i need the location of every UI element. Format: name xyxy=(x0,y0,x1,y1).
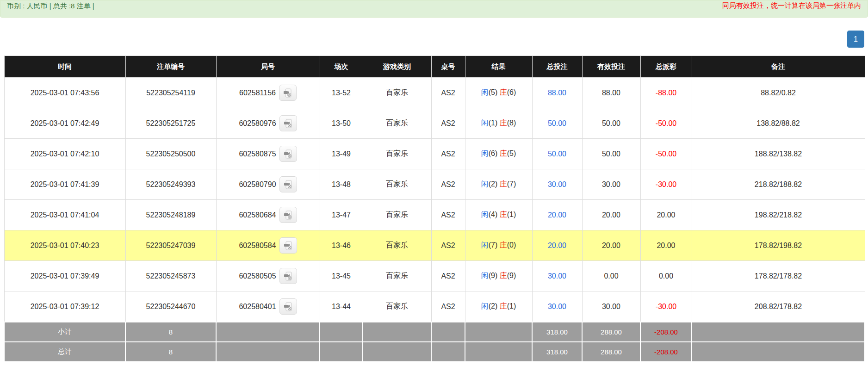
table-row: 2025-03-01 07:39:49 522305245873 6025805… xyxy=(4,261,865,291)
game-type-cell: 百家乐 xyxy=(363,139,431,169)
bet-number-cell: 522305247039 xyxy=(125,230,216,261)
result-cell: 闲(9) 庄(9) xyxy=(465,261,532,291)
video-file-icon xyxy=(284,272,293,281)
player-label: 闲 xyxy=(481,88,489,96)
summary-row: 总计 8 318.00 288.00 -208.00 xyxy=(4,342,865,362)
video-replay-button[interactable] xyxy=(279,146,297,162)
video-file-icon xyxy=(284,180,293,189)
column-header-1: 注单编号 xyxy=(125,56,216,78)
payout-cell: -30.00 xyxy=(640,291,692,322)
valid-bet-cell: 50.00 xyxy=(582,139,640,169)
round-number: 602580684 xyxy=(239,211,276,219)
result-cell: 闲(4) 庄(1) xyxy=(465,200,532,230)
valid-bet-cell: 20.00 xyxy=(582,200,640,230)
round-number: 602580790 xyxy=(239,180,276,188)
video-file-icon xyxy=(284,149,293,159)
header-row: 时间注单编号局号场次游戏类别桌号结果总投注有效投注总派彩备注 xyxy=(4,56,865,78)
player-label: 闲 xyxy=(481,149,489,157)
column-header-6: 结果 xyxy=(465,56,532,78)
bet-records-table: 时间注单编号局号场次游戏类别桌号结果总投注有效投注总派彩备注 2025-03-0… xyxy=(4,56,865,362)
table-number-cell: AS2 xyxy=(431,169,465,200)
time-cell: 2025-03-01 07:40:23 xyxy=(4,230,125,261)
table-number-cell: AS2 xyxy=(431,200,465,230)
payout-cell: -88.00 xyxy=(640,78,692,108)
session-cell: 13-49 xyxy=(320,139,363,169)
round-number-cell: 602580976 xyxy=(216,108,320,139)
time-cell: 2025-03-01 07:41:39 xyxy=(4,169,125,200)
payout-cell: -30.00 xyxy=(640,169,692,200)
video-replay-button[interactable] xyxy=(279,237,297,254)
table-number-cell: AS2 xyxy=(431,108,465,139)
column-header-9: 总派彩 xyxy=(640,56,692,78)
game-type-cell: 百家乐 xyxy=(363,200,431,230)
video-replay-button[interactable] xyxy=(279,176,297,192)
bet-number-cell: 522305248189 xyxy=(125,200,216,230)
total-bet-cell: 30.00 xyxy=(532,169,582,200)
valid-bet-cell: 30.00 xyxy=(582,169,640,200)
bet-number-cell: 522305251725 xyxy=(125,108,216,139)
page-1-button[interactable]: 1 xyxy=(847,31,864,48)
table-number-cell: AS2 xyxy=(431,261,465,291)
banker-label: 庄 xyxy=(500,272,507,279)
round-number-cell: 602580684 xyxy=(216,200,320,230)
banker-label: 庄 xyxy=(500,149,507,157)
summary-payout-cell: -208.00 xyxy=(640,322,692,342)
summary-valid-bet-cell: 288.00 xyxy=(582,342,640,362)
result-cell: 闲(6) 庄(5) xyxy=(465,139,532,169)
video-replay-button[interactable] xyxy=(279,207,297,223)
valid-bet-cell: 30.00 xyxy=(582,291,640,322)
player-label: 闲 xyxy=(481,241,489,249)
video-replay-button[interactable] xyxy=(279,268,297,284)
game-type-cell: 百家乐 xyxy=(363,108,431,139)
time-cell: 2025-03-01 07:43:56 xyxy=(4,78,125,108)
time-cell: 2025-03-01 07:39:12 xyxy=(4,291,125,322)
notice-bar: 币别 : 人民币 | 总共 :8 注单 | 同局有效投注，统一计算在该局第一张注… xyxy=(0,0,868,18)
column-header-4: 游戏类别 xyxy=(363,56,431,78)
banker-label: 庄 xyxy=(500,119,507,127)
game-type-cell: 百家乐 xyxy=(363,291,431,322)
bet-number-cell: 522305250500 xyxy=(125,139,216,169)
summary-total-bet-cell: 318.00 xyxy=(532,342,582,362)
table-number-cell: AS2 xyxy=(431,139,465,169)
video-file-icon xyxy=(283,88,292,98)
game-type-cell: 百家乐 xyxy=(363,230,431,261)
video-file-icon xyxy=(284,119,293,128)
payout-cell: 20.00 xyxy=(640,200,692,230)
payout-cell: -50.00 xyxy=(640,139,692,169)
session-cell: 13-45 xyxy=(320,261,363,291)
video-replay-button[interactable] xyxy=(279,298,297,315)
note-cell: 138.82/88.82 xyxy=(692,108,865,139)
session-cell: 13-48 xyxy=(320,169,363,200)
video-replay-button[interactable] xyxy=(279,85,297,101)
table-number-cell: AS2 xyxy=(431,291,465,322)
table-number-cell: AS2 xyxy=(431,78,465,108)
banker-label: 庄 xyxy=(500,302,507,310)
video-file-icon xyxy=(284,211,293,220)
video-file-icon xyxy=(284,302,293,311)
summary-count-cell: 8 xyxy=(125,342,216,362)
session-cell: 13-52 xyxy=(320,78,363,108)
total-bet-cell: 88.00 xyxy=(532,78,582,108)
round-number-cell: 602580790 xyxy=(216,169,320,200)
payout-cell: 20.00 xyxy=(640,230,692,261)
session-cell: 13-47 xyxy=(320,200,363,230)
bet-number-cell: 522305244670 xyxy=(125,291,216,322)
round-number: 602580584 xyxy=(239,242,276,249)
game-type-cell: 百家乐 xyxy=(363,261,431,291)
round-number-cell: 602581156 xyxy=(216,78,320,108)
table-footer: 小计 8 318.00 288.00 -208.00 总计 8 318.00 2… xyxy=(4,322,865,362)
column-header-10: 备注 xyxy=(692,56,865,78)
summary-payout-cell: -208.00 xyxy=(640,342,692,362)
bet-number-cell: 522305254119 xyxy=(125,78,216,108)
result-cell: 闲(7) 庄(0) xyxy=(465,230,532,261)
session-cell: 13-46 xyxy=(320,230,363,261)
round-number: 602580401 xyxy=(239,303,276,310)
round-number: 602580505 xyxy=(239,272,276,280)
column-header-8: 有效投注 xyxy=(582,56,640,78)
player-label: 闲 xyxy=(481,302,489,310)
game-type-cell: 百家乐 xyxy=(363,78,431,108)
video-replay-button[interactable] xyxy=(279,115,297,131)
total-bet-cell: 50.00 xyxy=(532,108,582,139)
note-cell: 178.82/198.82 xyxy=(692,230,865,261)
table-row: 2025-03-01 07:42:49 522305251725 6025809… xyxy=(4,108,865,139)
